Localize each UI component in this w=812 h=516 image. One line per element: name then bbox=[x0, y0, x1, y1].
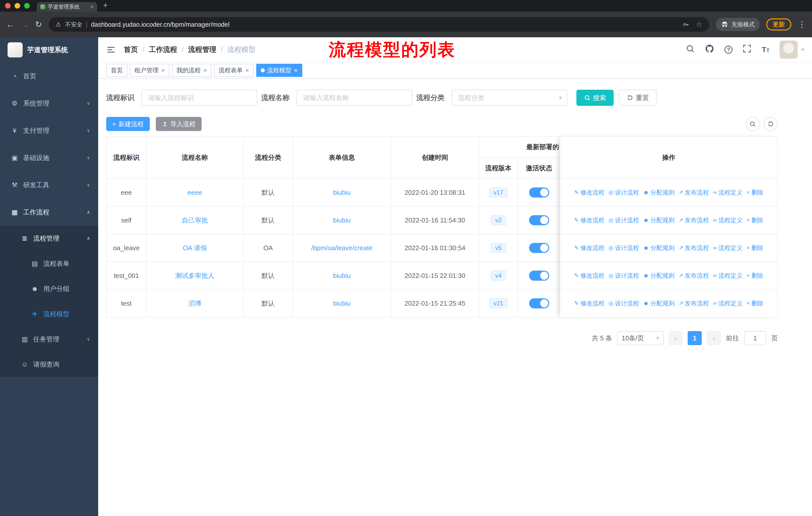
action-edit-button[interactable]: ✎修改流程 bbox=[574, 188, 604, 196]
form-info-link[interactable]: biubiu bbox=[293, 179, 391, 207]
sidebar-item-user-group[interactable]: ☻用户分组 bbox=[0, 276, 98, 301]
form-info-link[interactable]: biubiu bbox=[293, 207, 391, 234]
goto-page-input[interactable] bbox=[744, 331, 766, 345]
address-bar[interactable]: ⚠ 不安全 dashboard.yudao.iocoder.cn/bpm/man… bbox=[49, 17, 709, 32]
search-icon[interactable] bbox=[686, 44, 695, 55]
version-tag[interactable]: v2 bbox=[479, 207, 518, 234]
action-assign-button[interactable]: ☻分配规则 bbox=[643, 216, 674, 224]
category-select[interactable]: 流程分类 ▾ bbox=[452, 90, 567, 106]
action-publish-button[interactable]: ↗发布流程 bbox=[678, 216, 709, 224]
action-publish-button[interactable]: ↗发布流程 bbox=[678, 188, 709, 196]
toggle-on[interactable] bbox=[529, 243, 549, 253]
toggle-on[interactable] bbox=[529, 187, 549, 197]
action-definition-button[interactable]: ∞流程定义 bbox=[713, 188, 743, 196]
breadcrumb-item-1[interactable]: 工作流程 bbox=[149, 45, 177, 54]
sidebar-item-devtools[interactable]: ⚒研发工具∨ bbox=[0, 171, 98, 198]
toggle-search-button[interactable] bbox=[746, 117, 760, 131]
font-size-icon[interactable]: TT bbox=[762, 45, 770, 54]
sidebar-item-leave-query[interactable]: ☺请假查询 bbox=[0, 352, 98, 377]
tab-tag-3[interactable]: 流程表单× bbox=[214, 64, 254, 77]
github-icon[interactable] bbox=[705, 44, 714, 55]
security-label[interactable]: 不安全 bbox=[65, 21, 82, 28]
search-button[interactable]: 搜索 bbox=[576, 90, 614, 106]
action-publish-button[interactable]: ↗发布流程 bbox=[678, 244, 709, 252]
form-info-link[interactable]: /bpm/oa/leave/create bbox=[293, 234, 391, 262]
toggle-on[interactable] bbox=[529, 298, 549, 308]
refresh-table-button[interactable] bbox=[764, 117, 778, 131]
sidebar-item-system[interactable]: ⚙系统管理∨ bbox=[0, 90, 98, 117]
forward-icon[interactable]: → bbox=[21, 20, 29, 29]
next-page-button[interactable]: › bbox=[707, 331, 721, 345]
breadcrumb-item-0[interactable]: 首页 bbox=[124, 45, 138, 54]
action-assign-button[interactable]: ☻分配规则 bbox=[643, 299, 674, 307]
version-tag[interactable]: v17 bbox=[479, 179, 518, 207]
sidebar-item-infrastructure[interactable]: ▣基础设施∨ bbox=[0, 144, 98, 171]
current-page-button[interactable]: 1 bbox=[688, 331, 702, 345]
sidebar-item-process-manage[interactable]: ≣流程管理∧ bbox=[0, 226, 98, 251]
action-design-button[interactable]: ◎设计流程 bbox=[609, 272, 639, 280]
sidebar-item-process-form[interactable]: ▤流程表单 bbox=[0, 251, 98, 276]
create-process-button[interactable]: + 新建流程 bbox=[106, 117, 150, 131]
action-edit-button[interactable]: ✎修改流程 bbox=[574, 299, 604, 307]
sidebar-item-workflow[interactable]: ▦工作流程∧ bbox=[0, 198, 98, 226]
process-name-link[interactable]: 测试多审批人 bbox=[146, 262, 244, 290]
help-icon[interactable]: ? bbox=[724, 46, 732, 54]
action-design-button[interactable]: ◎设计流程 bbox=[609, 299, 639, 307]
breadcrumb-item-2[interactable]: 流程管理 bbox=[188, 45, 216, 54]
action-definition-button[interactable]: ∞流程定义 bbox=[713, 299, 743, 307]
action-delete-button[interactable]: ×删除 bbox=[747, 244, 763, 252]
page-size-select[interactable]: 10条/页 ▾ bbox=[617, 331, 664, 345]
action-delete-button[interactable]: ×删除 bbox=[747, 272, 763, 280]
app-logo[interactable]: 芋道管理系统 bbox=[0, 37, 98, 62]
tab-tag-1[interactable]: 租户管理× bbox=[130, 64, 169, 77]
close-icon[interactable]: × bbox=[245, 67, 249, 74]
process-name-link[interactable]: OA 请假 bbox=[146, 234, 244, 262]
action-delete-button[interactable]: ×删除 bbox=[747, 188, 763, 196]
action-design-button[interactable]: ◎设计流程 bbox=[609, 188, 639, 196]
reload-icon[interactable]: ↻ bbox=[35, 20, 42, 29]
window-minimize-button[interactable] bbox=[14, 3, 20, 8]
action-assign-button[interactable]: ☻分配规则 bbox=[643, 188, 674, 196]
tab-tag-0[interactable]: 首页 bbox=[106, 64, 127, 77]
close-icon[interactable]: × bbox=[203, 67, 207, 74]
browser-tab[interactable]: 芋道管理系统 × bbox=[37, 2, 97, 11]
sidebar-item-home[interactable]: ◔首页 bbox=[0, 62, 98, 90]
new-tab-button[interactable]: + bbox=[103, 1, 108, 9]
active-switch[interactable] bbox=[518, 262, 561, 290]
active-switch[interactable] bbox=[518, 290, 561, 318]
sidebar-item-task-manage[interactable]: ▥任务管理∨ bbox=[0, 327, 98, 352]
update-button[interactable]: 更新 bbox=[766, 19, 791, 30]
action-publish-button[interactable]: ↗发布流程 bbox=[678, 299, 709, 307]
tab-tag-2[interactable]: 我的流程× bbox=[172, 64, 211, 77]
action-definition-button[interactable]: ∞流程定义 bbox=[713, 272, 743, 280]
action-design-button[interactable]: ◎设计流程 bbox=[609, 216, 639, 224]
process-name-link[interactable]: eeee bbox=[146, 179, 244, 207]
fullscreen-icon[interactable] bbox=[743, 44, 752, 55]
prev-page-button[interactable]: ‹ bbox=[669, 331, 683, 345]
action-definition-button[interactable]: ∞流程定义 bbox=[713, 216, 743, 224]
process-name-input[interactable] bbox=[296, 90, 412, 106]
password-key-icon[interactable] bbox=[683, 21, 690, 28]
close-icon[interactable]: × bbox=[294, 67, 298, 74]
window-zoom-button[interactable] bbox=[24, 3, 30, 8]
action-delete-button[interactable]: ×删除 bbox=[747, 299, 763, 307]
tab-tag-4[interactable]: 流程模型× bbox=[256, 64, 302, 77]
action-design-button[interactable]: ◎设计流程 bbox=[609, 244, 639, 252]
action-delete-button[interactable]: ×删除 bbox=[747, 216, 763, 224]
browser-menu-icon[interactable]: ⋮ bbox=[798, 20, 806, 29]
action-assign-button[interactable]: ☻分配规则 bbox=[643, 244, 674, 252]
active-switch[interactable] bbox=[518, 179, 561, 207]
reset-button[interactable]: 重置 bbox=[619, 90, 657, 106]
toggle-on[interactable] bbox=[529, 215, 549, 225]
sidebar-item-payment[interactable]: ¥支付管理∨ bbox=[0, 117, 98, 144]
url-text[interactable]: dashboard.yudao.iocoder.cn/bpm/manager/m… bbox=[91, 21, 229, 28]
active-switch[interactable] bbox=[518, 207, 561, 234]
tab-close-icon[interactable]: × bbox=[90, 4, 94, 10]
window-close-button[interactable] bbox=[5, 3, 10, 8]
action-edit-button[interactable]: ✎修改流程 bbox=[574, 244, 604, 252]
version-tag[interactable]: v5 bbox=[479, 234, 518, 262]
action-publish-button[interactable]: ↗发布流程 bbox=[678, 272, 709, 280]
active-switch[interactable] bbox=[518, 234, 561, 262]
process-name-link[interactable]: 自己审批 bbox=[146, 207, 244, 234]
back-icon[interactable]: ← bbox=[6, 20, 14, 29]
